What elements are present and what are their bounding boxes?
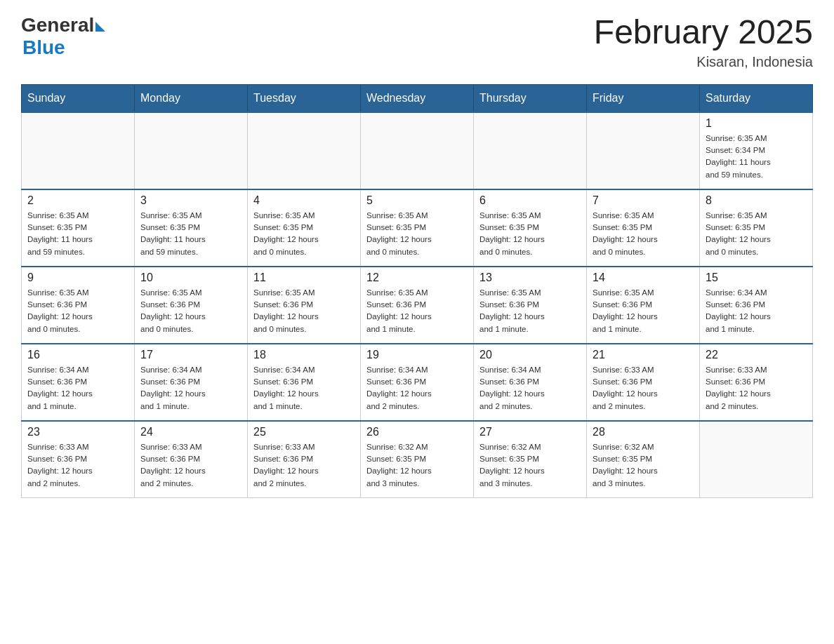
day-info: Sunrise: 6:35 AM Sunset: 6:35 PM Dayligh…: [706, 210, 807, 258]
day-info: Sunrise: 6:34 AM Sunset: 6:36 PM Dayligh…: [706, 287, 807, 335]
day-number: 25: [253, 426, 355, 438]
day-number: 17: [140, 349, 241, 361]
day-number: 23: [27, 426, 128, 438]
day-number: 21: [593, 349, 694, 361]
calendar-cell: 8Sunrise: 6:35 AM Sunset: 6:35 PM Daylig…: [700, 189, 813, 267]
day-info: Sunrise: 6:33 AM Sunset: 6:36 PM Dayligh…: [593, 364, 694, 412]
day-info: Sunrise: 6:33 AM Sunset: 6:36 PM Dayligh…: [27, 441, 128, 490]
calendar-table: SundayMondayTuesdayWednesdayThursdayFrid…: [21, 84, 813, 499]
day-info: Sunrise: 6:35 AM Sunset: 6:35 PM Dayligh…: [593, 210, 694, 258]
logo-blue-text: Blue: [22, 36, 65, 59]
day-number: 2: [27, 194, 128, 207]
day-number: 10: [140, 271, 241, 284]
calendar-cell: 19Sunrise: 6:34 AM Sunset: 6:36 PM Dayli…: [361, 344, 474, 421]
page-header: General Blue February 2025 Kisaran, Indo…: [21, 14, 813, 70]
day-info: Sunrise: 6:35 AM Sunset: 6:36 PM Dayligh…: [593, 287, 694, 335]
day-number: 27: [479, 426, 581, 438]
calendar-cell: 18Sunrise: 6:34 AM Sunset: 6:36 PM Dayli…: [248, 344, 361, 421]
day-info: Sunrise: 6:33 AM Sunset: 6:36 PM Dayligh…: [140, 441, 241, 490]
day-number: 12: [366, 271, 468, 284]
day-number: 19: [366, 349, 468, 361]
day-info: Sunrise: 6:35 AM Sunset: 6:34 PM Dayligh…: [706, 133, 807, 181]
month-title: February 2025: [594, 14, 813, 51]
day-of-week-header: Monday: [135, 84, 248, 112]
calendar-cell: 28Sunrise: 6:32 AM Sunset: 6:35 PM Dayli…: [587, 421, 700, 498]
calendar-cell: [700, 421, 813, 498]
calendar-cell: 27Sunrise: 6:32 AM Sunset: 6:35 PM Dayli…: [474, 421, 587, 498]
day-number: 28: [593, 426, 694, 438]
calendar-cell: [22, 112, 135, 189]
day-info: Sunrise: 6:32 AM Sunset: 6:35 PM Dayligh…: [593, 441, 694, 490]
day-number: 5: [366, 194, 468, 207]
calendar-cell: 9Sunrise: 6:35 AM Sunset: 6:36 PM Daylig…: [22, 267, 135, 344]
day-number: 3: [140, 194, 241, 207]
day-info: Sunrise: 6:34 AM Sunset: 6:36 PM Dayligh…: [366, 364, 468, 412]
day-of-week-header: Tuesday: [248, 84, 361, 112]
calendar-cell: 11Sunrise: 6:35 AM Sunset: 6:36 PM Dayli…: [248, 267, 361, 344]
calendar-cell: 21Sunrise: 6:33 AM Sunset: 6:36 PM Dayli…: [587, 344, 700, 421]
day-number: 7: [593, 194, 694, 207]
day-info: Sunrise: 6:35 AM Sunset: 6:36 PM Dayligh…: [27, 287, 128, 335]
calendar-cell: 23Sunrise: 6:33 AM Sunset: 6:36 PM Dayli…: [22, 421, 135, 498]
calendar-week-row: 1Sunrise: 6:35 AM Sunset: 6:34 PM Daylig…: [22, 112, 813, 189]
calendar-cell: 15Sunrise: 6:34 AM Sunset: 6:36 PM Dayli…: [700, 267, 813, 344]
calendar-cell: [587, 112, 700, 189]
day-number: 16: [27, 349, 128, 361]
day-number: 18: [253, 349, 355, 361]
day-info: Sunrise: 6:33 AM Sunset: 6:36 PM Dayligh…: [253, 441, 355, 490]
calendar-cell: 3Sunrise: 6:35 AM Sunset: 6:35 PM Daylig…: [135, 189, 248, 267]
day-info: Sunrise: 6:35 AM Sunset: 6:35 PM Dayligh…: [366, 210, 468, 258]
day-info: Sunrise: 6:35 AM Sunset: 6:36 PM Dayligh…: [366, 287, 468, 335]
day-info: Sunrise: 6:35 AM Sunset: 6:35 PM Dayligh…: [253, 210, 355, 258]
day-info: Sunrise: 6:32 AM Sunset: 6:35 PM Dayligh…: [479, 441, 581, 490]
calendar-cell: 12Sunrise: 6:35 AM Sunset: 6:36 PM Dayli…: [361, 267, 474, 344]
logo-general-text: General: [21, 14, 94, 36]
calendar-cell: 5Sunrise: 6:35 AM Sunset: 6:35 PM Daylig…: [361, 189, 474, 267]
day-info: Sunrise: 6:34 AM Sunset: 6:36 PM Dayligh…: [27, 364, 128, 412]
calendar-header-row: SundayMondayTuesdayWednesdayThursdayFrid…: [22, 84, 813, 112]
day-info: Sunrise: 6:32 AM Sunset: 6:35 PM Dayligh…: [366, 441, 468, 490]
day-info: Sunrise: 6:35 AM Sunset: 6:35 PM Dayligh…: [27, 210, 128, 258]
calendar-cell: 20Sunrise: 6:34 AM Sunset: 6:36 PM Dayli…: [474, 344, 587, 421]
day-info: Sunrise: 6:35 AM Sunset: 6:36 PM Dayligh…: [140, 287, 241, 335]
day-of-week-header: Thursday: [474, 84, 587, 112]
logo-arrow-icon: [95, 22, 105, 32]
calendar-cell: 17Sunrise: 6:34 AM Sunset: 6:36 PM Dayli…: [135, 344, 248, 421]
day-number: 14: [593, 271, 694, 284]
logo: General Blue: [21, 14, 105, 59]
day-number: 20: [479, 349, 581, 361]
day-number: 24: [140, 426, 241, 438]
title-area: February 2025 Kisaran, Indonesia: [594, 14, 813, 70]
day-number: 13: [479, 271, 581, 284]
day-info: Sunrise: 6:35 AM Sunset: 6:35 PM Dayligh…: [479, 210, 581, 258]
day-number: 6: [479, 194, 581, 207]
calendar-cell: 24Sunrise: 6:33 AM Sunset: 6:36 PM Dayli…: [135, 421, 248, 498]
day-number: 15: [706, 271, 807, 284]
day-of-week-header: Saturday: [700, 84, 813, 112]
calendar-cell: [474, 112, 587, 189]
day-number: 8: [706, 194, 807, 207]
calendar-cell: 10Sunrise: 6:35 AM Sunset: 6:36 PM Dayli…: [135, 267, 248, 344]
day-info: Sunrise: 6:34 AM Sunset: 6:36 PM Dayligh…: [253, 364, 355, 412]
day-number: 1: [706, 117, 807, 130]
day-number: 4: [253, 194, 355, 207]
calendar-cell: [248, 112, 361, 189]
day-info: Sunrise: 6:35 AM Sunset: 6:36 PM Dayligh…: [479, 287, 581, 335]
calendar-week-row: 23Sunrise: 6:33 AM Sunset: 6:36 PM Dayli…: [22, 421, 813, 498]
day-number: 22: [706, 349, 807, 361]
calendar-cell: 14Sunrise: 6:35 AM Sunset: 6:36 PM Dayli…: [587, 267, 700, 344]
calendar-cell: 22Sunrise: 6:33 AM Sunset: 6:36 PM Dayli…: [700, 344, 813, 421]
location-subtitle: Kisaran, Indonesia: [594, 54, 813, 70]
calendar-cell: [135, 112, 248, 189]
day-number: 11: [253, 271, 355, 284]
calendar-cell: 7Sunrise: 6:35 AM Sunset: 6:35 PM Daylig…: [587, 189, 700, 267]
day-info: Sunrise: 6:33 AM Sunset: 6:36 PM Dayligh…: [706, 364, 807, 412]
day-info: Sunrise: 6:34 AM Sunset: 6:36 PM Dayligh…: [479, 364, 581, 412]
calendar-cell: 6Sunrise: 6:35 AM Sunset: 6:35 PM Daylig…: [474, 189, 587, 267]
day-info: Sunrise: 6:35 AM Sunset: 6:36 PM Dayligh…: [253, 287, 355, 335]
calendar-cell: 1Sunrise: 6:35 AM Sunset: 6:34 PM Daylig…: [700, 112, 813, 189]
day-of-week-header: Friday: [587, 84, 700, 112]
calendar-week-row: 9Sunrise: 6:35 AM Sunset: 6:36 PM Daylig…: [22, 267, 813, 344]
day-number: 26: [366, 426, 468, 438]
day-of-week-header: Sunday: [22, 84, 135, 112]
